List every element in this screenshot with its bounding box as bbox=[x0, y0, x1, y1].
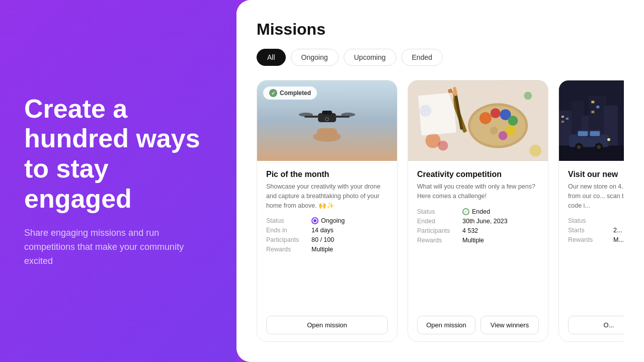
svg-point-9 bbox=[326, 118, 328, 120]
svg-point-7 bbox=[341, 113, 355, 117]
check-icon: ✓ bbox=[269, 89, 277, 97]
meta-participants: Participants 80 / 100 bbox=[266, 236, 388, 243]
svg-point-25 bbox=[438, 141, 448, 151]
ongoing-icon bbox=[311, 217, 318, 224]
mission-card-2: Creativity competition What will you cre… bbox=[408, 80, 548, 342]
card-2-meta: Status ✓ Ended Ended 30th June, 2023 Par… bbox=[417, 208, 539, 244]
card-3-desc: Our new store on 4... loving from our co… bbox=[568, 182, 624, 210]
svg-point-6 bbox=[299, 113, 313, 117]
svg-rect-1 bbox=[317, 128, 337, 138]
card-1-meta: Status Ongoing Ends in 14 days Participa… bbox=[266, 217, 388, 253]
svg-rect-40 bbox=[566, 118, 569, 120]
mission-card-1: ✓ Completed Pic of the month Showcase yo… bbox=[257, 80, 397, 342]
svg-point-52 bbox=[577, 145, 581, 149]
card-2-desc: What will you create with only a few pen… bbox=[417, 182, 539, 201]
open-mission-btn-1[interactable]: Open mission bbox=[266, 316, 388, 334]
filter-bar: All Ongoing Upcoming Ended bbox=[257, 49, 624, 66]
right-panel: Missions All Ongoing Upcoming Ended bbox=[236, 0, 644, 362]
subtext: Share engaging missions and run competit… bbox=[24, 226, 212, 268]
svg-point-18 bbox=[499, 131, 508, 140]
svg-rect-49 bbox=[578, 131, 588, 136]
card-3-image bbox=[559, 80, 624, 161]
svg-point-28 bbox=[529, 145, 541, 157]
svg-point-14 bbox=[491, 108, 501, 118]
svg-point-16 bbox=[508, 116, 518, 126]
svg-point-55 bbox=[607, 138, 610, 141]
art-illustration bbox=[408, 80, 548, 161]
svg-point-54 bbox=[597, 145, 601, 149]
open-mission-btn-3[interactable]: O... bbox=[568, 316, 624, 334]
card-1-desc: Showcase your creativity with your drone… bbox=[266, 182, 388, 210]
svg-rect-39 bbox=[561, 121, 564, 123]
meta-rewards-2: Rewards Multiple bbox=[417, 237, 539, 244]
card-2-title: Creativity competition bbox=[417, 170, 539, 179]
card-1-title: Pic of the month bbox=[266, 170, 388, 179]
card-2-body: Creativity competition What will you cre… bbox=[408, 161, 548, 341]
meta-rewards: Rewards Multiple bbox=[266, 246, 388, 253]
meta-starts: Starts 2... bbox=[568, 227, 624, 234]
svg-rect-41 bbox=[591, 101, 594, 103]
left-panel: Create a hundred ways to stay engaged Sh… bbox=[0, 0, 236, 362]
right-inner: Missions All Ongoing Upcoming Ended bbox=[236, 0, 644, 362]
filter-ended[interactable]: Ended bbox=[401, 49, 443, 66]
svg-point-13 bbox=[479, 112, 492, 124]
meta-ended: Ended 30th June, 2023 bbox=[417, 218, 539, 225]
headline: Create a hundred ways to stay engaged bbox=[24, 94, 212, 214]
status-value-2: ✓ Ended bbox=[462, 208, 490, 215]
car-illustration bbox=[559, 80, 624, 161]
meta-rewards-3: Rewards M... bbox=[568, 236, 624, 243]
meta-status-3: Status bbox=[568, 217, 624, 224]
card-3-meta: Status Starts 2... Rewards M... bbox=[568, 217, 624, 243]
card-1-body: Pic of the month Showcase your creativit… bbox=[257, 161, 397, 341]
meta-ends: Ends in 14 days bbox=[266, 227, 388, 234]
view-winners-btn[interactable]: View winners bbox=[480, 316, 539, 334]
card-2-actions: Open mission View winners bbox=[417, 316, 539, 334]
cards-row: ✓ Completed Pic of the month Showcase yo… bbox=[257, 80, 624, 362]
svg-point-27 bbox=[524, 92, 532, 100]
card-3-title: Visit our new bbox=[568, 170, 624, 179]
svg-rect-50 bbox=[590, 131, 600, 136]
svg-rect-43 bbox=[591, 111, 594, 113]
mission-card-3: Visit our new Our new store on 4... lovi… bbox=[558, 80, 624, 342]
svg-rect-38 bbox=[561, 116, 564, 118]
ended-icon: ✓ bbox=[462, 208, 469, 215]
page-title: Missions bbox=[257, 20, 624, 39]
svg-rect-29 bbox=[418, 93, 456, 135]
svg-rect-42 bbox=[596, 106, 599, 108]
filter-ongoing[interactable]: Ongoing bbox=[291, 49, 339, 66]
svg-rect-46 bbox=[559, 146, 624, 161]
filter-upcoming[interactable]: Upcoming bbox=[344, 49, 396, 66]
meta-participants-2: Participants 4 532 bbox=[417, 227, 539, 234]
drone-illustration bbox=[297, 96, 357, 146]
card-1-actions: Open mission bbox=[266, 316, 388, 334]
card-3-body: Visit our new Our new store on 4... lovi… bbox=[559, 161, 624, 341]
status-value: Ongoing bbox=[311, 217, 345, 224]
meta-status-2: Status ✓ Ended bbox=[417, 208, 539, 215]
card-3-actions: O... bbox=[568, 316, 624, 334]
svg-point-19 bbox=[490, 127, 498, 135]
filter-all[interactable]: All bbox=[257, 49, 286, 66]
meta-status: Status Ongoing bbox=[266, 217, 388, 224]
open-mission-btn-2[interactable]: Open mission bbox=[417, 316, 475, 334]
completed-badge: ✓ Completed bbox=[263, 86, 317, 100]
card-2-image bbox=[408, 80, 548, 161]
svg-rect-3 bbox=[322, 111, 332, 115]
card-1-image: ✓ Completed bbox=[257, 80, 397, 161]
